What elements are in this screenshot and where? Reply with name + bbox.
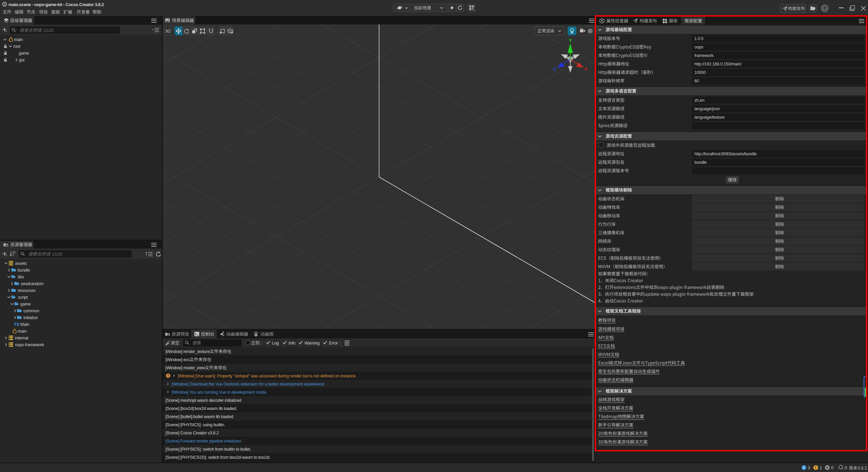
svg-text:X: X — [585, 66, 588, 72]
svg-text:Z: Z — [553, 66, 556, 72]
svg-text:Y: Y — [569, 38, 572, 43]
svg-text:?: ? — [823, 5, 826, 11]
